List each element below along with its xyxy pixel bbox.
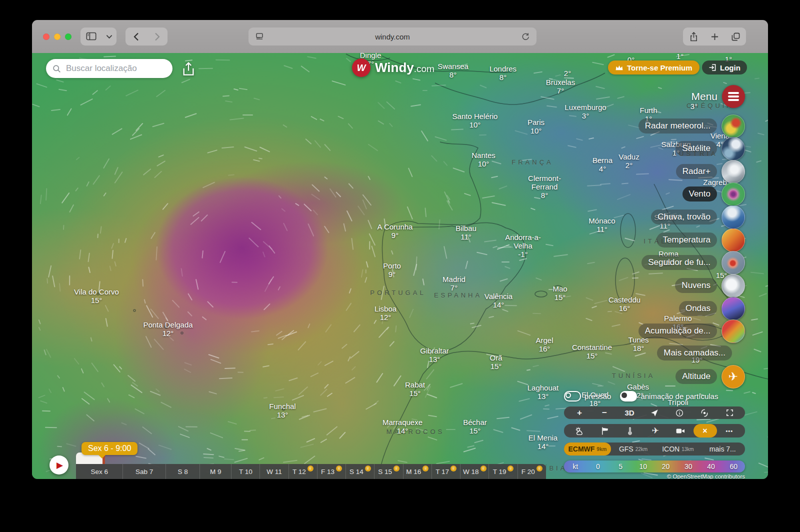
temp-layer-icon[interactable]: [722, 228, 745, 252]
storm-layer-icon[interactable]: [722, 251, 745, 274]
radar-layer-icon[interactable]: [722, 114, 745, 138]
layer-item-temperatura[interactable]: Temperatura: [656, 228, 745, 252]
timeline-day-t-12[interactable]: T 12♕: [289, 464, 318, 479]
layer-item-radar[interactable]: Radar+: [676, 160, 745, 183]
map-city-andorra-a-velha: Andorra-a- Velha-1°: [505, 233, 541, 258]
layer-item-acumula-o-de[interactable]: Acumulação de...: [638, 320, 745, 342]
premium-crown-icon: ♕: [308, 466, 314, 472]
hamburger-icon[interactable]: [722, 85, 745, 108]
browser-titlebar: windy.com: [32, 20, 768, 53]
new-tab-icon[interactable]: [704, 28, 725, 46]
reader-icon[interactable]: [250, 28, 270, 46]
accum-layer-icon[interactable]: [722, 320, 745, 343]
search-box[interactable]: [46, 59, 172, 78]
layer-item-radar-meteorol[interactable]: Radar meteorol...: [638, 114, 745, 138]
timeline-day-t-19[interactable]: T 19♕: [489, 464, 518, 479]
model-mais-7[interactable]: mais 7...: [700, 442, 745, 456]
scale-tick-60: 60: [722, 462, 745, 470]
layer-item-vento[interactable]: Vento: [682, 182, 746, 206]
wind-layer-icon[interactable]: [722, 182, 745, 206]
login-button[interactable]: Login: [702, 60, 747, 74]
3d-button[interactable]: 3D: [617, 406, 642, 419]
close-window-button[interactable]: [43, 34, 50, 40]
zoom-window-button[interactable]: [65, 34, 72, 40]
airplane-button[interactable]: ✈: [643, 424, 668, 438]
toggle-anima-o-de-part-culas[interactable]: animação de partículas: [620, 391, 718, 402]
model-ecmwf[interactable]: ECMWF9km: [564, 442, 611, 456]
layer-label: Ondas: [679, 301, 717, 316]
play-button[interactable]: ▶: [50, 456, 68, 474]
tabs-overview-icon[interactable]: [725, 28, 746, 46]
layer-item-seguidor-de-fu[interactable]: Seguidor de fu...: [642, 251, 745, 274]
close-button[interactable]: ×: [694, 424, 717, 438]
waves-layer-icon[interactable]: [722, 297, 745, 320]
minimize-window-button[interactable]: [54, 34, 60, 40]
day-label: M 9: [210, 468, 222, 476]
day-label: F 13: [321, 468, 334, 476]
timeline-day-m-9[interactable]: M 9: [200, 464, 232, 479]
camera-button[interactable]: [668, 424, 694, 438]
layer-item-sat-lite[interactable]: Satélite: [676, 137, 745, 160]
layer-item-mais-camadas[interactable]: Mais camadas...: [657, 342, 732, 364]
forward-icon[interactable]: [146, 28, 168, 46]
chevron-down-icon[interactable]: [102, 28, 116, 46]
layer-item-ondas[interactable]: Ondas: [679, 297, 745, 320]
radarplus-layer-icon[interactable]: [722, 160, 745, 184]
wind-speed-scale[interactable]: kt051020304060: [564, 460, 745, 472]
sidebar-toggle-icon[interactable]: [80, 28, 102, 46]
back-icon[interactable]: [126, 28, 146, 46]
layer-item-nuvens[interactable]: Nuvens: [675, 274, 745, 297]
map-city-val-ncia: Valência14°: [484, 292, 512, 309]
plus-button[interactable]: +: [567, 406, 592, 419]
more-button[interactable]: •••: [717, 424, 742, 438]
clouds-layer-icon[interactable]: [722, 274, 745, 298]
browser-window: windy.com: [32, 20, 768, 479]
timeline-day-f-13[interactable]: F 13♕: [318, 464, 346, 479]
toggle-switch-icon[interactable]: [564, 391, 581, 402]
altitude-layer-icon[interactable]: ✈: [722, 365, 745, 388]
satellite-layer-icon[interactable]: [722, 137, 745, 160]
map-city-rabat: Rabat15°: [405, 380, 425, 398]
timeline-day-s-15[interactable]: S 15♕: [374, 464, 403, 479]
search-input[interactable]: [65, 63, 160, 74]
map-city-porto: Porto9°: [383, 262, 401, 278]
upload-icon[interactable]: [178, 59, 198, 79]
scale-tick-5: 5: [610, 462, 632, 470]
timeline-day-sex-6[interactable]: Sex 6: [76, 464, 123, 479]
thermometer-button[interactable]: [618, 424, 643, 438]
rain-layer-icon[interactable]: [722, 206, 745, 229]
layer-label: Chuva, trovão: [651, 210, 717, 224]
minus-button[interactable]: −: [592, 406, 617, 419]
model-gfs[interactable]: GFS22km: [611, 442, 656, 456]
windy-logo[interactable]: W Windy.com: [352, 58, 434, 77]
weather-map[interactable]: FRANÇAPORTUGALESPANHAITÁLIAÁUSTRIACHÉQUI…: [32, 53, 768, 479]
fullscreen-button[interactable]: [717, 406, 742, 419]
timeline-day-sab-7[interactable]: Sab 7: [123, 464, 166, 479]
timeline-day-w-18[interactable]: W 18♕: [460, 464, 489, 479]
premium-button[interactable]: Torne-se Premium: [608, 60, 700, 74]
weather-button[interactable]: [567, 424, 592, 438]
windsock-button[interactable]: [592, 424, 618, 438]
reload-icon[interactable]: [516, 28, 536, 46]
timeline-bar[interactable]: Sex 6Sab 7S 8M 9T 10W 11T 12♕F 13♕S 14♕S…: [76, 464, 546, 479]
model-icon[interactable]: ICON13km: [656, 442, 700, 456]
timeline-day-s-14[interactable]: S 14♕: [346, 464, 374, 479]
layer-item-altitude[interactable]: Altitude✈: [676, 365, 745, 388]
timeline-day-f-20[interactable]: F 20♕: [518, 464, 546, 479]
timeline-day-t-10[interactable]: T 10: [232, 464, 260, 479]
info-button[interactable]: [667, 406, 692, 419]
share-icon[interactable]: [683, 28, 704, 46]
timeline-day-t-17[interactable]: T 17♕: [432, 464, 460, 479]
timeline-day-m-16[interactable]: M 16♕: [404, 464, 432, 479]
toggle-press-o[interactable]: pressão: [564, 391, 611, 402]
toggle-switch-icon[interactable]: [620, 391, 637, 402]
cyclone-button[interactable]: [692, 406, 717, 419]
location-button[interactable]: [642, 406, 667, 419]
layer-item-chuva-trov-o[interactable]: Chuva, trovão: [651, 206, 745, 228]
address-bar[interactable]: windy.com: [248, 28, 536, 46]
map-region-portugal: PORTUGAL: [370, 289, 426, 296]
timeline-day-s-8[interactable]: S 8: [166, 464, 200, 479]
timeline-day-w-11[interactable]: W 11: [260, 464, 288, 479]
day-label: W 11: [266, 468, 282, 476]
menu-button[interactable]: Menu: [691, 85, 745, 108]
